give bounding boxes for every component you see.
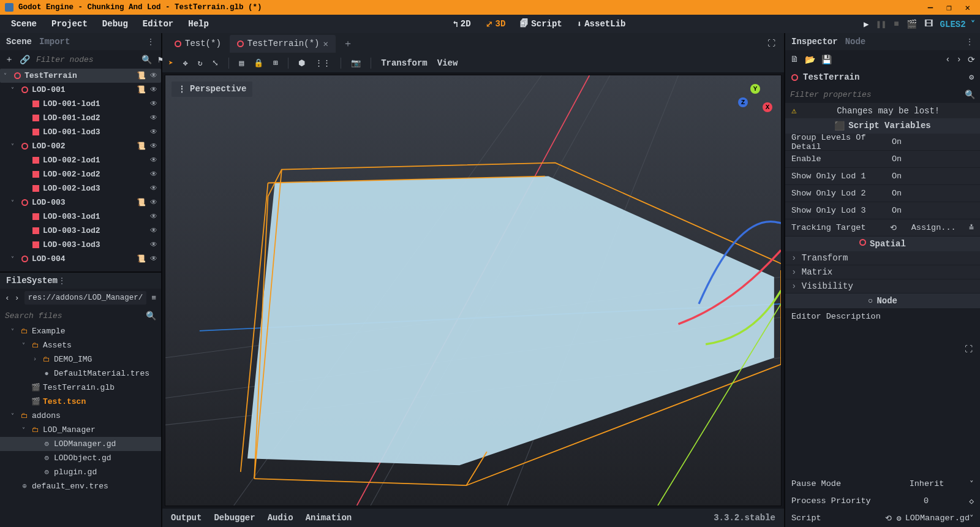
prop-show-only-lod-1[interactable]: Show Only Lod 1On bbox=[785, 168, 980, 184]
close-button[interactable]: ✕ bbox=[965, 2, 970, 13]
menu-editor[interactable]: Editor bbox=[137, 17, 179, 31]
mode-2d[interactable]: ↰ 2D bbox=[448, 18, 475, 31]
play-scene-button[interactable]: 🎬 bbox=[907, 19, 917, 29]
group-tool-icon[interactable]: ⊞ bbox=[273, 58, 278, 68]
pause-button[interactable]: ❚❚ bbox=[876, 19, 886, 29]
scene-dock-menu[interactable]: ⋮ bbox=[146, 37, 155, 47]
menu-project[interactable]: Project bbox=[45, 17, 94, 31]
scene-tab-0[interactable]: Test(*) bbox=[167, 35, 228, 52]
prop-tracking-target[interactable]: Tracking Target ⟲ Assign... ≛ bbox=[785, 219, 980, 236]
panel-audio[interactable]: Audio bbox=[268, 513, 293, 523]
fs-item-default_env.tres[interactable]: ⊕default_env.tres bbox=[0, 479, 161, 493]
panel-animation[interactable]: Animation bbox=[306, 513, 352, 523]
panel-output[interactable]: Output bbox=[171, 513, 202, 523]
camera-tool-icon[interactable]: 📷 bbox=[351, 58, 361, 68]
add-node-button[interactable]: ＋ bbox=[5, 54, 13, 65]
axis-z[interactable]: Z bbox=[738, 97, 748, 107]
menu-debug[interactable]: Debug bbox=[96, 17, 134, 31]
play-button[interactable]: ▶ bbox=[864, 19, 869, 29]
split-mode-button[interactable]: ≡ bbox=[151, 294, 156, 303]
editor-description[interactable]: Editor Description bbox=[785, 308, 980, 325]
inspector-menu[interactable]: ⋮ bbox=[965, 37, 974, 47]
filter-nodes-input[interactable] bbox=[36, 55, 135, 64]
inspector-tab[interactable]: Inspector bbox=[791, 37, 838, 47]
stop-button[interactable]: ■ bbox=[894, 19, 899, 29]
snap-config-icon[interactable]: ⋮⋮ bbox=[315, 58, 331, 68]
scene-node-LOD-003-lod1[interactable]: LOD-003-lod1👁 bbox=[0, 210, 161, 224]
scene-node-LOD-004[interactable]: ˅LOD-004📜 👁 bbox=[0, 252, 161, 266]
minimize-button[interactable]: — bbox=[928, 2, 933, 13]
move-tool-icon[interactable]: ✥ bbox=[183, 58, 188, 68]
revert-icon[interactable]: ⟲ bbox=[890, 223, 897, 233]
filter-properties-input[interactable] bbox=[790, 90, 959, 99]
add-tab-button[interactable]: ＋ bbox=[337, 37, 359, 50]
nav-back-button[interactable]: ‹ bbox=[5, 294, 10, 303]
axis-y[interactable]: Y bbox=[750, 84, 760, 94]
play-custom-button[interactable]: 🎞 bbox=[924, 19, 933, 29]
rotate-tool-icon[interactable]: ↻ bbox=[198, 58, 203, 68]
fs-item-LOD_Manager[interactable]: ˅🗀LOD_Manager bbox=[0, 423, 161, 437]
node-tools-icon[interactable]: ⚙ bbox=[969, 72, 974, 82]
open-resource-icon[interactable]: 📂 bbox=[805, 55, 815, 65]
section-matrix[interactable]: Matrix bbox=[785, 265, 980, 279]
fs-item-addons[interactable]: ˅🗀addons bbox=[0, 409, 161, 423]
instance-button[interactable]: 🔗 bbox=[20, 55, 30, 65]
history-fwd-icon[interactable]: › bbox=[957, 55, 962, 64]
prop-pause-mode[interactable]: Pause Mode Inherit ˅ bbox=[785, 476, 980, 492]
scene-node-LOD-001-lod2[interactable]: LOD-001-lod2👁 bbox=[0, 111, 161, 125]
expand-view-icon[interactable]: ⛶ bbox=[965, 345, 973, 354]
prop-enable[interactable]: EnableOn bbox=[785, 151, 980, 167]
scene-tree[interactable]: ˅TestTerrain📜 👁˅LOD-001📜 👁LOD-001-lod1👁L… bbox=[0, 69, 161, 271]
menu-scene[interactable]: Scene bbox=[5, 17, 43, 31]
scene-node-LOD-003[interactable]: ˅LOD-003📜 👁 bbox=[0, 195, 161, 210]
scene-node-LOD-002-lod1[interactable]: LOD-002-lod1👁 bbox=[0, 153, 161, 167]
scene-node-LOD-001-lod3[interactable]: LOD-001-lod3👁 bbox=[0, 125, 161, 139]
mode-assetlib[interactable]: ⬇ AssetLib bbox=[572, 18, 631, 31]
filesystem-tab[interactable]: FileSystem bbox=[6, 276, 58, 286]
filesystem-tree[interactable]: ˅🗀Example˅🗀Assets›🗀DEMO_IMG●DefaultMater… bbox=[0, 324, 161, 527]
prop-show-only-lod-2[interactable]: Show Only Lod 2On bbox=[785, 185, 980, 202]
section-transform[interactable]: Transform bbox=[785, 251, 980, 265]
node-tab[interactable]: Node bbox=[845, 37, 866, 47]
3d-viewport[interactable]: ⋮Perspective bbox=[165, 75, 782, 506]
distraction-free-button[interactable]: ⛶ bbox=[767, 39, 775, 48]
section-visibility[interactable]: Visibility bbox=[785, 279, 980, 293]
mode-3d[interactable]: ⤢ 3D bbox=[481, 18, 511, 31]
mode-script[interactable]: 🗐 Script bbox=[515, 18, 567, 31]
prop-script[interactable]: Script ⟲ ⚙ LODManager.gd ˅ bbox=[785, 510, 980, 526]
scene-node-LOD-003-lod3[interactable]: LOD-003-lod3👁 bbox=[0, 238, 161, 252]
fs-item-plugin.gd[interactable]: ⚙plugin.gd bbox=[0, 465, 161, 479]
scene-node-LOD-002[interactable]: ˅LOD-002📜 👁 bbox=[0, 139, 161, 153]
prop-show-only-lod-3[interactable]: Show Only Lod 3On bbox=[785, 202, 980, 219]
view-menu[interactable]: View bbox=[437, 58, 458, 68]
path-display[interactable]: res://addons/LOD_Manager/ bbox=[24, 291, 147, 305]
history-icon[interactable]: ⟳ bbox=[968, 55, 975, 65]
prop-group-levels-of-detail[interactable]: Group Levels Of DetailOn bbox=[785, 134, 980, 150]
scene-node-LOD-003-lod2[interactable]: LOD-003-lod2👁 bbox=[0, 224, 161, 238]
panel-debugger[interactable]: Debugger bbox=[214, 513, 255, 523]
scene-tab-1[interactable]: TestTerrain(*)✕ bbox=[230, 35, 336, 53]
scale-tool-icon[interactable]: ⤡ bbox=[212, 58, 219, 68]
save-resource-icon[interactable]: 💾 bbox=[821, 55, 832, 65]
fs-item-Test.tscn[interactable]: 🎬Test.tscn bbox=[0, 395, 161, 409]
scene-node-TestTerrain[interactable]: ˅TestTerrain📜 👁 bbox=[0, 69, 161, 83]
lock-tool-icon[interactable]: 🔒 bbox=[254, 58, 263, 68]
fs-item-Example[interactable]: ˅🗀Example bbox=[0, 324, 161, 338]
renderer-select[interactable]: GLES2 ˅ bbox=[940, 19, 975, 29]
prop-process-priority[interactable]: Process Priority 0 ◇ bbox=[785, 493, 980, 509]
scene-node-LOD-001-lod1[interactable]: LOD-001-lod1👁 bbox=[0, 97, 161, 111]
orientation-gizmo[interactable]: Y X Z bbox=[738, 84, 772, 118]
fs-item-LODManager.gd[interactable]: ⚙LODManager.gd bbox=[0, 437, 161, 451]
transform-menu[interactable]: Transform bbox=[381, 58, 428, 68]
fs-item-DefaultMaterial.tres[interactable]: ●DefaultMaterial.tres bbox=[0, 366, 161, 381]
fs-item-LODObject.gd[interactable]: ⚙LODObject.gd bbox=[0, 451, 161, 465]
scene-node-LOD-001[interactable]: ˅LOD-001📜 👁 bbox=[0, 83, 161, 97]
snap-tool-icon[interactable]: ⬢ bbox=[298, 58, 305, 68]
scene-tab[interactable]: Scene bbox=[6, 37, 32, 47]
fs-item-DEMO_IMG[interactable]: ›🗀DEMO_IMG bbox=[0, 352, 161, 366]
list-tool-icon[interactable]: ▤ bbox=[239, 58, 244, 68]
search-files-icon[interactable]: 🔍 bbox=[146, 311, 156, 321]
close-tab-icon[interactable]: ✕ bbox=[323, 39, 328, 49]
filter-props-icon[interactable]: 🔍 bbox=[965, 89, 975, 100]
search-icon[interactable]: 🔍 bbox=[141, 55, 152, 65]
